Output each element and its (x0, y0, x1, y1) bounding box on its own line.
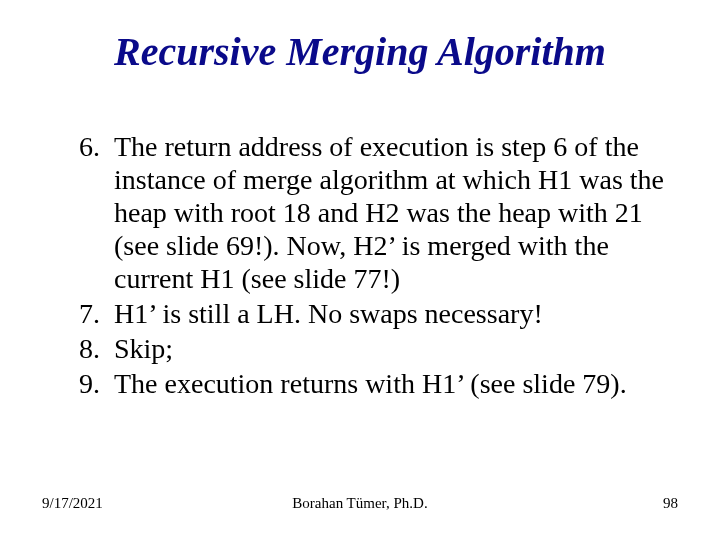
list-item: 6. The return address of execution is st… (42, 130, 678, 295)
footer-page-number: 98 (663, 495, 678, 512)
list-item: 8. Skip; (42, 332, 678, 365)
list-item-text: The execution returns with H1’ (see slid… (114, 367, 678, 400)
list-item-number: 8. (42, 332, 114, 365)
list-item-number: 6. (42, 130, 114, 295)
slide-title: Recursive Merging Algorithm (0, 28, 720, 75)
numbered-list: 6. The return address of execution is st… (42, 130, 678, 400)
list-item-text: H1’ is still a LH. No swaps necessary! (114, 297, 678, 330)
list-item-text: Skip; (114, 332, 678, 365)
slide: Recursive Merging Algorithm 6. The retur… (0, 0, 720, 540)
slide-body: 6. The return address of execution is st… (42, 130, 678, 402)
list-item-text: The return address of execution is step … (114, 130, 678, 295)
list-item: 9. The execution returns with H1’ (see s… (42, 367, 678, 400)
footer-author: Borahan Tümer, Ph.D. (42, 495, 678, 512)
list-item: 7. H1’ is still a LH. No swaps necessary… (42, 297, 678, 330)
list-item-number: 9. (42, 367, 114, 400)
list-item-number: 7. (42, 297, 114, 330)
